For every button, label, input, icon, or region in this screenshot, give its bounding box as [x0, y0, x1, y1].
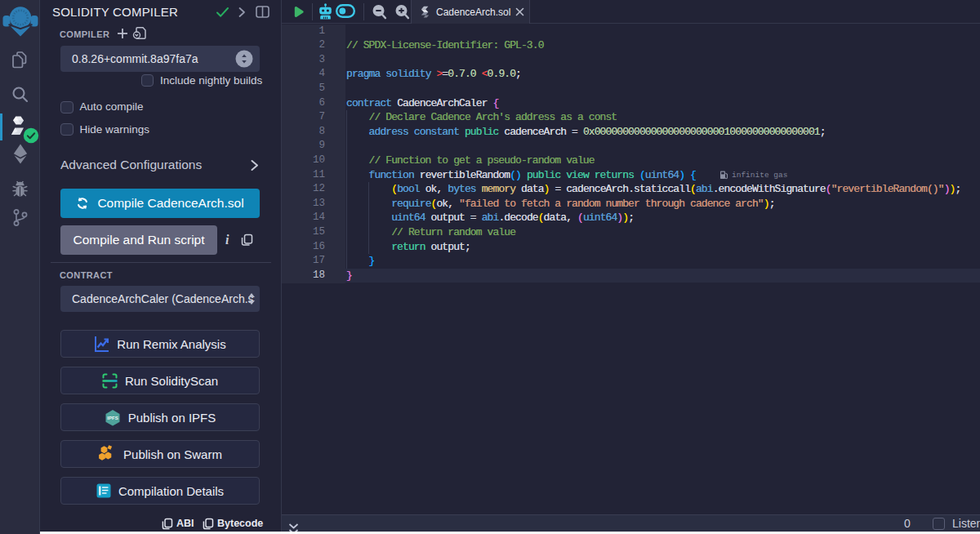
svg-text:IPFS: IPFS: [107, 416, 118, 421]
